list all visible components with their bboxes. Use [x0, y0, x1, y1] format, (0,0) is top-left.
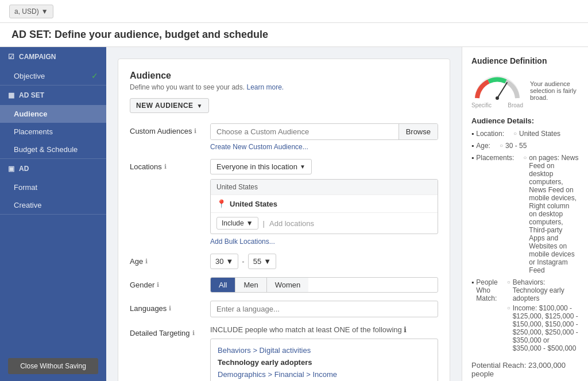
include-label: Include: [222, 219, 244, 227]
sidebar-item-audience[interactable]: Audience: [0, 105, 106, 123]
browse-button[interactable]: Browse: [399, 124, 438, 139]
svg-point-1: [496, 96, 499, 100]
gender-info-icon[interactable]: ℹ: [157, 281, 159, 289]
content-area: Audience Define who you want to see your…: [106, 47, 462, 381]
age-info-icon[interactable]: ℹ: [145, 258, 148, 265]
gauge-wrap: Specific Broad: [471, 72, 523, 108]
audience-details-title: Audience Details:: [471, 116, 579, 125]
audience-card: Audience Define who you want to see your…: [118, 59, 450, 381]
gauge: [471, 72, 523, 101]
sidebar-item-placements[interactable]: Placements: [0, 123, 106, 141]
gauge-specific-label: Specific: [471, 102, 492, 108]
detail-placements: Placements: on pages: News Feed on deskt…: [471, 154, 579, 276]
behaviors-link[interactable]: Behaviors > Digital activities: [218, 346, 431, 355]
gauge-labels: Specific Broad: [471, 102, 523, 108]
age-label: Age ℹ: [130, 254, 210, 266]
account-selector[interactable]: a, USD) ▼: [9, 5, 53, 18]
include-arrow: ▼: [246, 219, 253, 227]
custom-audience-input[interactable]: [211, 124, 399, 139]
targeting-desc-info-icon[interactable]: ℹ: [404, 325, 407, 334]
create-custom-audience-link[interactable]: Create New Custom Audience...: [210, 143, 438, 151]
age-from-select[interactable]: 30 ▼: [210, 254, 238, 269]
sidebar-item-objective[interactable]: Objective ✓: [0, 67, 106, 85]
new-audience-arrow: ▼: [197, 103, 203, 109]
age-to-arrow: ▼: [264, 257, 271, 266]
languages-info-icon[interactable]: ℹ: [169, 305, 171, 312]
technology-adopters: Technology early adopters: [218, 358, 431, 367]
custom-audience-input-group: Browse: [210, 123, 438, 140]
location-item: 📍 United States: [211, 195, 438, 213]
languages-control: [210, 301, 438, 317]
targeting-description: INCLUDE people who match at least ONE of…: [210, 325, 438, 334]
ad-icon: ▣: [8, 165, 14, 173]
sidebar-item-budget[interactable]: Budget & Schedule: [0, 141, 106, 158]
location-type-label: Everyone in this location: [216, 162, 297, 171]
gender-control: All Men Women: [210, 277, 438, 293]
location-box: United States 📍 United States Include ▼ …: [210, 179, 438, 234]
objective-label: Objective: [14, 72, 45, 80]
age-dash: -: [242, 257, 244, 266]
locations-info-icon[interactable]: ℹ: [164, 163, 167, 170]
targeting-control: INCLUDE people who match at least ONE of…: [210, 325, 438, 381]
demographics-link[interactable]: Demographics > Financial > Income: [218, 370, 431, 379]
custom-audiences-info-icon[interactable]: ℹ: [194, 127, 196, 135]
format-label: Format: [14, 183, 37, 192]
location-box-header: United States: [211, 180, 438, 195]
location-dropdown-arrow: ▼: [300, 164, 305, 170]
custom-audiences-control: Browse Create New Custom Audience...: [210, 123, 438, 151]
sidebar-section-adset-header: ▦ AD SET: [0, 85, 106, 105]
targeting-info-icon[interactable]: ℹ: [192, 329, 195, 337]
age-to-value: 55: [253, 257, 261, 266]
sidebar-section-ad-header: ▣ AD: [0, 159, 106, 178]
new-audience-button[interactable]: NEW AUDIENCE ▼: [130, 98, 209, 113]
locations-row: Locations ℹ Everyone in this location ▼ …: [130, 159, 438, 246]
add-locations-label[interactable]: Add locations: [269, 219, 314, 228]
learn-more-link[interactable]: Learn more.: [246, 83, 284, 91]
close-button[interactable]: Close Without Saving: [8, 358, 98, 374]
adset-label: AD SET: [19, 91, 44, 99]
sidebar-item-format[interactable]: Format: [0, 178, 106, 196]
header-prefix: AD SET:: [11, 29, 52, 40]
custom-audiences-row: Custom Audiences ℹ Browse Create New Cus…: [130, 123, 438, 151]
gender-row: Gender ℹ All Men Women: [130, 277, 438, 293]
gender-all-button[interactable]: All: [211, 278, 235, 292]
right-panel: Audience Definition: [462, 47, 588, 381]
campaign-label: CAMPAIGN: [19, 53, 56, 61]
audience-label: Audience: [14, 110, 48, 118]
account-arrow: ▼: [41, 7, 48, 15]
age-from-value: 30: [215, 257, 223, 266]
locations-label: Locations ℹ: [130, 159, 210, 171]
sidebar-section-campaign-header: ☑ CAMPAIGN: [0, 47, 106, 67]
campaign-icon: ☑: [8, 53, 14, 61]
add-locations-text: |: [263, 219, 265, 228]
audience-details-list: Location: United States Age: 30 - 55 Pla…: [471, 130, 579, 354]
gauge-container: Specific Broad Your audience selection i…: [471, 72, 579, 108]
age-to-select[interactable]: 55 ▼: [248, 254, 276, 269]
sidebar-item-creative[interactable]: Creative: [0, 196, 106, 214]
gender-women-button[interactable]: Women: [267, 278, 309, 292]
budget-label: Budget & Schedule: [14, 145, 78, 154]
include-dropdown[interactable]: Include ▼: [216, 217, 258, 230]
main-header: AD SET: Define your audience, budget and…: [0, 23, 588, 47]
potential-reach: Potential Reach: 23,000,000 people: [471, 361, 579, 378]
location-type-dropdown[interactable]: Everyone in this location ▼: [210, 159, 312, 174]
placements-label: Placements: [14, 127, 53, 136]
add-bulk-locations-link[interactable]: Add Bulk Locations...: [210, 238, 275, 246]
sidebar: ☑ CAMPAIGN Objective ✓ ▦ AD SET Audience…: [0, 47, 106, 381]
gender-label: Gender ℹ: [130, 277, 210, 289]
creative-label: Creative: [14, 201, 41, 209]
targeting-label: Detailed Targeting ℹ: [130, 325, 210, 337]
custom-audiences-label: Custom Audiences ℹ: [130, 123, 210, 135]
gender-men-button[interactable]: Men: [235, 278, 266, 292]
languages-input[interactable]: [210, 301, 438, 317]
detail-location: Location: United States: [471, 130, 579, 139]
sidebar-section-campaign: ☑ CAMPAIGN Objective ✓: [0, 47, 106, 85]
audience-title: Audience: [130, 71, 438, 81]
age-from-arrow: ▼: [226, 257, 233, 266]
location-pin-icon: 📍: [216, 199, 226, 208]
ad-label: AD: [19, 165, 29, 173]
sidebar-bottom: Close Without Saving: [0, 351, 106, 381]
gender-buttons: All Men Women: [210, 277, 438, 293]
audience-definition-title: Audience Definition: [471, 56, 579, 65]
svg-line-0: [497, 83, 507, 98]
